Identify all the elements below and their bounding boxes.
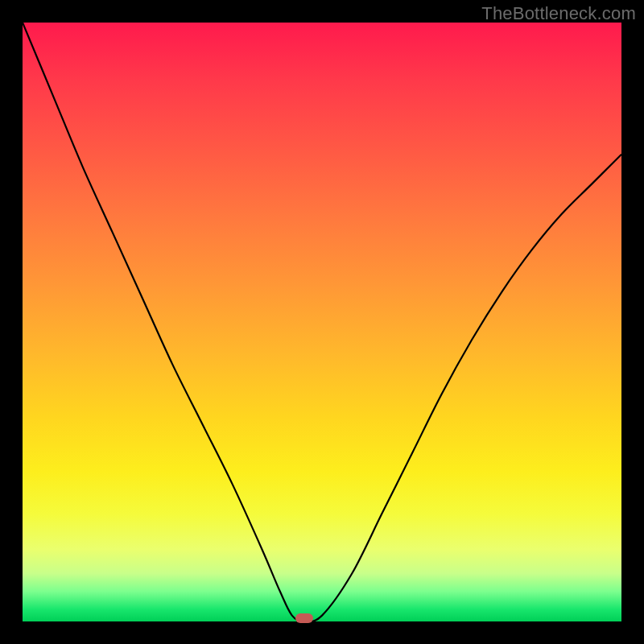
watermark-text: TheBottleneck.com bbox=[481, 3, 636, 24]
optimum-marker bbox=[295, 613, 313, 623]
bottleneck-curve bbox=[23, 23, 621, 621]
plot-area bbox=[23, 23, 621, 621]
curve-path bbox=[23, 23, 621, 621]
chart-frame: TheBottleneck.com bbox=[0, 0, 644, 644]
